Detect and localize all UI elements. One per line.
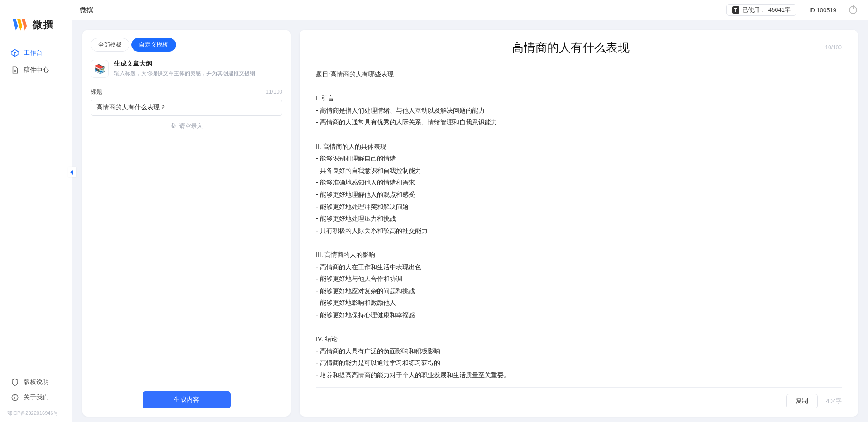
topbar: 微撰 T 已使用：45641字 ID:100519: [72, 0, 868, 20]
generate-button[interactable]: 生成内容: [143, 391, 231, 408]
title-char-count: 11/100: [266, 89, 282, 95]
svg-rect-7: [172, 123, 174, 126]
panel-templates: 全部模板 自定义模板 📚 生成文章大纲 输入标题，为你提供文章主体的灵感，并为其…: [82, 30, 291, 417]
svg-marker-2: [22, 19, 27, 31]
template-desc: 输入标题，为你提供文章主体的灵感，并为其创建推文提纲: [114, 70, 255, 77]
svg-point-5: [14, 396, 15, 397]
usage-badge[interactable]: T 已使用：45641字: [726, 4, 796, 16]
nav-copyright-label: 版权说明: [24, 378, 49, 386]
cube-icon: [11, 49, 19, 57]
template-thumb: 📚: [91, 60, 109, 78]
nav-drafts-label: 稿件中心: [24, 66, 49, 74]
sidebar-collapse-handle[interactable]: [68, 167, 76, 177]
power-icon[interactable]: [849, 6, 857, 14]
logo: 微撰: [0, 0, 72, 45]
nav-about-label: 关于我们: [24, 394, 49, 402]
text-icon: T: [732, 6, 739, 14]
page-title: 微撰: [80, 6, 93, 14]
info-icon: [11, 394, 19, 402]
books-icon: 📚: [94, 63, 105, 74]
voice-input-label: 请空录入: [179, 122, 203, 130]
copy-button[interactable]: 复制: [786, 394, 818, 408]
mic-icon: [170, 123, 176, 130]
nav-drafts[interactable]: 稿件中心: [5, 62, 67, 78]
main: 全部模板 自定义模板 📚 生成文章大纲 输入标题，为你提供文章主体的灵感，并为其…: [72, 20, 868, 422]
nav-about[interactable]: 关于我们: [5, 390, 67, 405]
svg-marker-0: [13, 19, 18, 31]
doc-title-input[interactable]: [316, 38, 825, 57]
sidebar: 微撰 工作台 稿件中心: [0, 0, 72, 422]
doc-footer: 复制 404字: [316, 388, 842, 408]
icp-number: 鄂ICP备2022016946号: [0, 410, 72, 422]
user-id: ID:100519: [809, 7, 836, 14]
sidebar-footer-nav: 版权说明 关于我们: [0, 375, 72, 410]
nav-copyright[interactable]: 版权说明: [5, 375, 67, 390]
logo-mark-icon: [13, 19, 28, 31]
doc-icon: [11, 66, 19, 74]
title-field-label: 标题: [91, 88, 102, 96]
panel-output: 10/100 题目:高情商的人有哪些表现 I. 引言 - 高情商是指人们处理情绪…: [300, 30, 858, 417]
doc-body[interactable]: 题目:高情商的人有哪些表现 I. 引言 - 高情商是指人们处理情绪、与他人互动以…: [316, 68, 842, 388]
template-card[interactable]: 📚 生成文章大纲 输入标题，为你提供文章主体的灵感，并为其创建推文提纲: [91, 60, 282, 78]
tab-custom-templates[interactable]: 自定义模板: [131, 38, 176, 52]
tab-all-templates[interactable]: 全部模板: [91, 38, 129, 52]
title-input[interactable]: [91, 100, 282, 116]
nav-workspace-label: 工作台: [24, 49, 43, 57]
template-tabs: 全部模板 自定义模板: [91, 38, 282, 52]
usage-value: 45641字: [768, 6, 791, 14]
voice-input-button[interactable]: 请空录入: [91, 116, 282, 137]
word-count: 404字: [826, 397, 842, 405]
nav-workspace[interactable]: 工作台: [5, 45, 67, 61]
shield-icon: [11, 378, 19, 386]
primary-nav: 工作台 稿件中心: [0, 45, 72, 78]
svg-marker-1: [17, 19, 22, 31]
usage-label: 已使用：: [742, 6, 766, 14]
template-title: 生成文章大纲: [114, 60, 255, 68]
doc-title-char-count: 10/100: [825, 44, 842, 51]
brand-name: 微撰: [33, 18, 54, 32]
svg-marker-6: [70, 170, 73, 175]
